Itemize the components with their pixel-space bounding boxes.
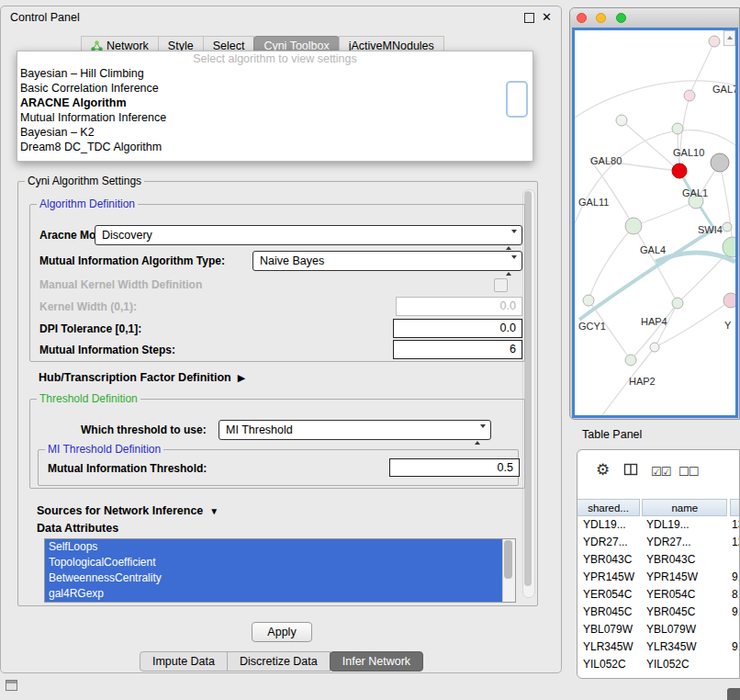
list-item[interactable]: gal4RGexp: [45, 586, 503, 602]
scrollbar-thumb[interactable]: [504, 540, 512, 579]
tab-infer-network[interactable]: Infer Network: [330, 651, 423, 672]
cell: YLR345W: [577, 638, 641, 656]
dropdown-placeholder: Select algorithm to view settings: [17, 51, 533, 66]
resize-grip[interactable]: [727, 688, 740, 700]
cell: YDR27...: [641, 534, 726, 551]
table-row[interactable]: YBL079WYBL079W: [577, 621, 739, 638]
sources-section-toggle[interactable]: Sources for Network Inference▼: [37, 504, 219, 517]
network-node[interactable]: [672, 298, 683, 309]
dropdown-option[interactable]: Dream8 DC_TDC Algorithm: [17, 140, 533, 154]
cell: YBL079W: [577, 621, 641, 638]
close-window-icon[interactable]: [577, 13, 587, 23]
table-row[interactable]: YIL052CYIL052C: [577, 656, 739, 673]
panel-title: Control Panel: [10, 11, 80, 24]
network-node[interactable]: [616, 115, 627, 126]
which-threshold-select[interactable]: MI Threshold: [219, 420, 491, 440]
cell: YER054C: [641, 586, 726, 604]
which-threshold-label: Which threshold to use:: [81, 423, 207, 436]
table-row[interactable]: YPR145WYPR145W9.: [577, 569, 739, 586]
node-label: Y: [724, 320, 732, 331]
mi-threshold-label: Mutual Information Threshold:: [48, 462, 207, 475]
network-node[interactable]: [709, 36, 720, 47]
node-label: SWI4: [698, 224, 723, 235]
scrollbar-thumb[interactable]: [524, 191, 532, 586]
cell: YBR045C: [577, 604, 641, 621]
cell: YPR145W: [577, 569, 641, 586]
minimize-window-icon[interactable]: [596, 13, 606, 23]
hub-definition-label: Hub/Transcription Factor Definition: [39, 371, 231, 384]
float-panel-icon[interactable]: [524, 13, 534, 23]
list-item[interactable]: BetweennessCentrality: [45, 570, 503, 586]
cell: YBL079W: [641, 621, 726, 638]
apply-button[interactable]: Apply: [252, 622, 312, 642]
manual-kernel-checkbox[interactable]: [494, 278, 508, 292]
cell: YIL052C: [641, 656, 726, 673]
table-settings-gear-icon[interactable]: ⚙: [596, 460, 610, 480]
column-header-name[interactable]: name: [642, 499, 727, 516]
dpi-tolerance-field[interactable]: 0.0: [393, 319, 522, 338]
network-node[interactable]: [723, 222, 732, 231]
node-label: HAP2: [629, 376, 656, 387]
column-header-shared-name[interactable]: shared...: [577, 499, 640, 516]
table-row[interactable]: YBR045CYBR045C9.: [577, 604, 739, 621]
window-titlebar[interactable]: [570, 8, 739, 28]
table-row[interactable]: YER054CYER054C8.: [577, 586, 739, 604]
selected-value: MI Threshold: [226, 423, 293, 436]
network-node-gray[interactable]: [711, 153, 729, 172]
selected-value: Discovery: [102, 229, 152, 242]
column-header-extra[interactable]: [730, 499, 739, 516]
network-node-selected-red[interactable]: [672, 164, 687, 178]
close-panel-icon[interactable]: ✕: [542, 10, 552, 24]
tab-impute-data[interactable]: Impute Data: [140, 651, 228, 672]
dropdown-option[interactable]: Bayesian – Hill Climbing: [17, 66, 533, 81]
mi-threshold-definition-group: MI Threshold Definition Mutual Informati…: [38, 449, 519, 486]
deselect-all-columns-icon[interactable]: ☐☐: [678, 465, 698, 479]
mi-type-label: Mutual Information Algorithm Type:: [39, 254, 225, 267]
columns-icon[interactable]: [623, 462, 639, 477]
aracne-mode-select[interactable]: Discovery: [95, 225, 522, 245]
dropdown-option[interactable]: Basic Correlation Inference: [17, 81, 533, 96]
node-label: HAP4: [641, 316, 667, 327]
canvas-scrollbar[interactable]: [723, 30, 735, 46]
data-attributes-label: Data Attributes: [37, 522, 118, 535]
network-node[interactable]: [625, 218, 642, 234]
table-row[interactable]: YDL19...YDL19...13: [577, 516, 739, 534]
node-label: GAL1: [682, 187, 708, 198]
network-node[interactable]: [650, 343, 659, 352]
dropdown-option[interactable]: Mutual Information Inference: [17, 110, 533, 125]
table-row[interactable]: YDR27...YDR27...12: [577, 534, 739, 551]
network-graph: GAL7 GAL80 GAL10 GAL11 GAL1 SWI4 GAL4 GC…: [575, 30, 735, 415]
manual-kernel-label: Manual Kernel Width Definition: [39, 278, 202, 291]
network-node[interactable]: [583, 295, 594, 306]
tab-discretize-data[interactable]: Discretize Data: [227, 651, 331, 672]
list-scrollbar[interactable]: [502, 539, 515, 602]
network-node[interactable]: [684, 90, 695, 101]
table-body: YDL19...YDL19...13 YDR27...YDR27...12 YB…: [577, 516, 739, 678]
table-row[interactable]: YLR345WYLR345W9.: [577, 638, 739, 656]
network-node[interactable]: [723, 237, 735, 257]
combo-arrows-icon: [506, 231, 517, 249]
list-item[interactable]: TopologicalCoefficient: [45, 555, 503, 570]
select-all-columns-icon[interactable]: ☑☑: [651, 465, 670, 479]
minimized-panel-icon[interactable]: [6, 680, 17, 691]
cell: YPR145W: [641, 569, 726, 586]
cell: YBR043C: [577, 551, 641, 569]
hub-definition-toggle[interactable]: Hub/Transcription Factor Definition▶: [39, 371, 245, 384]
dropdown-option[interactable]: Bayesian – K2: [17, 125, 533, 140]
zoom-window-icon[interactable]: [616, 13, 626, 23]
cell: 13: [726, 516, 739, 534]
mi-threshold-field[interactable]: 0.5: [389, 458, 520, 477]
table-row[interactable]: YBR043CYBR043C: [577, 551, 739, 569]
list-item[interactable]: SelfLoops: [45, 539, 503, 555]
network-node[interactable]: [723, 293, 735, 308]
mi-steps-field[interactable]: 6: [393, 340, 522, 359]
node-label: GAL80: [590, 155, 622, 166]
kernel-width-field[interactable]: 0.0: [396, 297, 522, 316]
network-node[interactable]: [625, 355, 636, 366]
mi-type-select[interactable]: Naive Bayes: [252, 251, 522, 271]
network-canvas[interactable]: GAL7 GAL80 GAL10 GAL11 GAL1 SWI4 GAL4 GC…: [572, 28, 738, 418]
dropdown-option-highlighted[interactable]: ARACNE Algorithm: [17, 96, 533, 110]
network-node[interactable]: [672, 123, 683, 134]
algorithm-dropdown-popup: Select algorithm to view settings Bayesi…: [17, 51, 533, 162]
network-view-window: GAL7 GAL80 GAL10 GAL11 GAL1 SWI4 GAL4 GC…: [569, 7, 740, 420]
